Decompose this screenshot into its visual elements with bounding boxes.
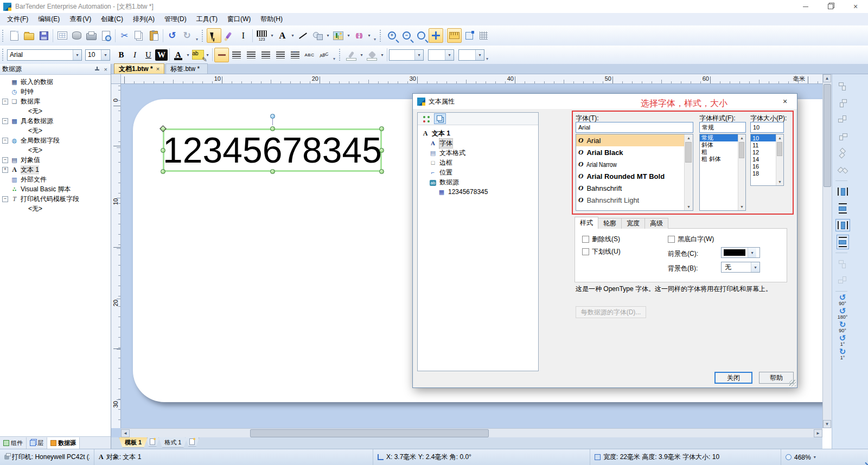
save-button[interactable] (36, 28, 51, 43)
inverse-checkbox[interactable]: 黑底白字(W) (668, 235, 714, 244)
font-style-input[interactable]: 常规 (699, 122, 746, 133)
cut-button[interactable]: ✂ (117, 28, 132, 43)
chevron-down-icon[interactable] (748, 248, 756, 257)
menu-item[interactable]: 文件(F) (2, 13, 33, 25)
font-size-option[interactable]: 18 (751, 170, 776, 177)
center-vertically-button[interactable] (835, 200, 850, 217)
align-right-edges-button[interactable] (835, 94, 850, 111)
font-color-button[interactable]: A (171, 48, 185, 62)
text-edit-tool-button[interactable]: I (236, 28, 251, 43)
font-color-dropdown[interactable] (185, 48, 191, 62)
select-tool-button[interactable] (207, 28, 221, 43)
scroll-thumb[interactable] (685, 142, 692, 163)
compound-line-combo[interactable] (458, 49, 484, 61)
font-size-option[interactable]: 16 (751, 163, 776, 170)
chevron-down-icon[interactable] (445, 50, 454, 60)
style-list-scrollbar[interactable]: ▲ ▼ (738, 134, 745, 210)
toolbar-overflow-button[interactable]: ▾ (484, 48, 490, 62)
font-size-option[interactable]: 10 (751, 134, 776, 141)
encoder-dropdown[interactable] (366, 28, 372, 43)
italic-button[interactable]: I (128, 48, 142, 62)
align-vertical-centers-button[interactable] (835, 162, 850, 178)
tab-close-icon[interactable]: × (156, 66, 159, 72)
toolbar-overflow-button[interactable]: ▾ (331, 48, 337, 62)
scroll-down-button[interactable]: ▼ (823, 420, 831, 428)
resize-handle-bottom-right[interactable] (379, 169, 384, 174)
chevron-down-icon[interactable] (751, 262, 760, 272)
format-painter-button[interactable] (221, 28, 236, 43)
scroll-up-icon[interactable]: ▲ (776, 134, 783, 141)
tree-item[interactable]: 数据源 (420, 177, 536, 187)
zoom-out-button[interactable]: − (399, 28, 414, 43)
font-option[interactable]: O Bahnschrift (576, 182, 685, 194)
font-style-option[interactable]: 粗 斜体 (700, 156, 738, 163)
rotate-button[interactable]: ↺ 1° (835, 334, 850, 347)
toolbar-grip[interactable] (2, 49, 6, 61)
create-line-button[interactable] (296, 28, 310, 43)
tree-item[interactable]: <无> (0, 204, 111, 214)
chevron-down-icon[interactable] (73, 50, 81, 60)
toolbar-grip[interactable] (202, 30, 206, 42)
strikeout-checkbox[interactable]: 删除线(S) (582, 235, 620, 244)
open-button[interactable] (22, 28, 36, 43)
tree-item[interactable]: 嵌入的数据 (0, 77, 111, 87)
font-size-option[interactable]: 12 (751, 148, 776, 156)
horizontal-scrollbar[interactable]: ◄ ► (121, 428, 822, 437)
menu-item[interactable]: 工具(T) (192, 13, 222, 25)
single-line-button[interactable] (214, 48, 229, 62)
pin-icon[interactable] (94, 67, 100, 72)
picture-dropdown[interactable] (346, 28, 352, 43)
line-color-dropdown[interactable] (359, 48, 365, 62)
line-color-button[interactable] (344, 48, 359, 62)
add-template-tab[interactable] (145, 437, 159, 447)
scroll-down-icon[interactable]: ▼ (776, 178, 783, 185)
font-option[interactable]: O Arial Rounded MT Bold (576, 170, 685, 182)
scroll-up-button[interactable]: ▲ (823, 74, 831, 82)
dialog-tab[interactable]: 高级 (644, 218, 668, 229)
tree-expander[interactable] (2, 138, 8, 144)
fit-text-button[interactable] (288, 48, 302, 62)
dialog-tab[interactable]: 宽度 (621, 218, 645, 229)
align-left-button[interactable] (229, 48, 244, 62)
database-setup-button[interactable] (69, 28, 84, 43)
toggle-grid-button[interactable] (476, 28, 491, 43)
menu-item[interactable]: 窗口(W) (222, 13, 256, 25)
toggle-boundaries-button[interactable] (462, 28, 476, 43)
scroll-right-button[interactable]: ► (814, 429, 822, 437)
checkbox-icon[interactable] (582, 248, 589, 255)
restore-button[interactable] (818, 0, 843, 13)
link-substrings-button[interactable] (420, 113, 432, 124)
add-format-tab[interactable] (185, 437, 199, 447)
shape-dropdown[interactable] (325, 28, 331, 43)
tree-item[interactable]: 全局数据字段 (0, 135, 111, 145)
font-size-option[interactable]: 11 (751, 141, 776, 148)
close-button[interactable]: × (843, 0, 868, 13)
status-printer[interactable]: 打印机: Honeywell PC42t (203 dpi) - DP (0, 449, 94, 465)
toolbar-grip[interactable] (339, 49, 343, 61)
vertical-scrollbar[interactable]: ▲ ▼ (822, 74, 832, 428)
underline-checkbox[interactable]: 下划线(U) (582, 247, 621, 256)
selected-text-object[interactable]: 12345678345 (163, 128, 382, 172)
rotate-text-button[interactable]: ABC (317, 48, 331, 62)
dialog-tab[interactable]: 轮廓 (598, 218, 622, 229)
resize-handle-bottom-left[interactable] (161, 169, 165, 174)
print-preview-button[interactable] (99, 28, 113, 43)
fill-color-button[interactable] (365, 48, 379, 62)
tree-item[interactable]: 数据库 (0, 96, 111, 106)
tree-item[interactable]: <无> (0, 126, 111, 135)
font-list[interactable]: O Arial O Arial Black O Arial Narrow (576, 134, 693, 211)
close-dialog-button[interactable]: 关闭 (714, 372, 752, 384)
horizontal-scroll-thumb[interactable] (250, 429, 489, 437)
font-size-input[interactable]: 10 (750, 122, 784, 133)
print-button[interactable] (84, 28, 99, 43)
tree-item[interactable]: Visual Basic 脚本 (0, 184, 111, 194)
encoder-button[interactable]: ((·)) (352, 28, 366, 43)
text-dropdown[interactable] (290, 28, 296, 43)
create-barcode-button[interactable]: 123 (254, 28, 269, 43)
duplicate-view-button[interactable] (434, 113, 446, 124)
panel-close-icon[interactable]: × (104, 66, 107, 73)
create-shape-button[interactable] (310, 28, 325, 43)
paste-button[interactable] (146, 28, 161, 43)
tree-item[interactable]: <无> (0, 106, 111, 116)
make-same-height-button[interactable] (835, 272, 850, 289)
